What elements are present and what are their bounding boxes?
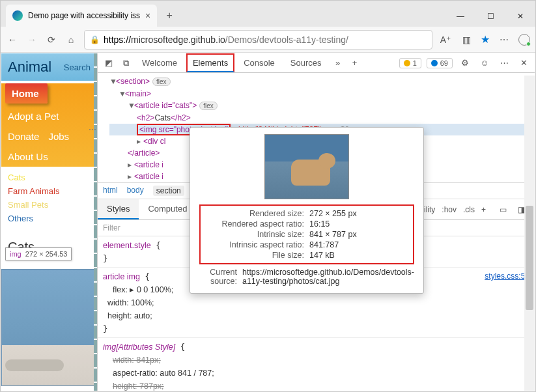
current-source-label: Current source: [199,268,242,286]
rendered-ar-value: 16:15 [309,219,409,229]
crumb-section[interactable]: section [153,186,184,196]
flex-badge[interactable]: flex [199,102,218,110]
image-hover-popup: Rendered size:272 × 255 px Rendered aspe… [190,127,424,294]
scrollbar[interactable] [524,76,535,391]
add-rule-icon[interactable]: + [481,205,493,214]
search-label[interactable]: Search [64,63,91,72]
dom-section[interactable]: <section> [116,77,150,86]
back-button[interactable]: ← [6,33,19,46]
rendered-size-label: Rendered size: [205,209,309,218]
lock-icon: 🔒 [90,35,100,44]
side-farm[interactable]: Farm Animals [8,184,91,198]
intrinsic-size-label: Intrinsic size: [205,230,309,239]
settings-gear-icon[interactable]: ⚙ [458,56,472,70]
page-header: Animal Search [1,53,97,81]
side-links: Cats Farm Animals Small Pets Others [1,167,97,229]
browser-tab[interactable]: Demo page with accessibility iss × [6,5,157,27]
feedback-icon[interactable]: ☺ [477,56,492,70]
favorite-icon[interactable]: ★ [481,33,490,46]
url-host: microsoftedge.github.io [131,35,225,45]
dom-div[interactable]: <div cl [143,137,165,146]
popup-metrics: Rendered size:272 × 255 px Rendered aspe… [199,204,414,264]
collections-icon[interactable]: ▥ [460,33,473,46]
nav-home[interactable]: Home [5,83,48,104]
window-titlebar: Demo page with accessibility iss × + ― ☐… [1,1,535,27]
crumb-html[interactable]: html [103,186,118,196]
popup-thumbnail [264,134,349,199]
address-bar[interactable]: 🔒 https://microsoftedge.github.io/Demos/… [84,30,432,49]
tooltip-dims: 272 × 254.53 [25,250,68,258]
dom-article[interactable]: <article id="cats"> [134,101,197,110]
tab-title: Demo page with accessibility iss [28,11,140,20]
dom-article-close[interactable]: </article> [128,148,160,158]
window-controls: ― ☐ ✕ [445,6,535,27]
side-small[interactable]: Small Pets [8,198,91,212]
webpage-preview: Animal Search Home Adopt a Pet Donate Jo… [1,53,97,391]
devtools-close-icon[interactable]: ✕ [516,56,531,70]
nav-jobs[interactable]: Jobs [48,131,69,142]
dom-article2[interactable]: <article i [134,160,163,169]
current-source-link[interactable]: https://microsoftedge.github.io/Demos/de… [242,268,414,286]
page-heading: Cats img 272 × 254.53 [1,229,97,256]
device-toggle-icon[interactable]: ⧉ [119,56,133,70]
browser-toolbar: ← → ⟳ ⌂ 🔒 https://microsoftedge.github.i… [1,27,535,53]
subtab-styles[interactable]: Styles [98,199,139,219]
issues-warn-badge[interactable]: 1 [399,58,421,68]
kebab-menu-icon[interactable]: ⋯ [497,56,511,70]
file-size-label: File size: [205,251,309,260]
new-tab-button[interactable]: + [160,6,179,25]
side-others[interactable]: Others [8,212,91,225]
close-window-button[interactable]: ✕ [505,6,535,27]
refresh-button[interactable]: ⟳ [45,33,58,46]
minimize-button[interactable]: ― [445,6,475,27]
element-tooltip: img 272 × 254.53 [5,247,72,260]
issues-info-badge[interactable]: 69 [427,58,453,68]
tab-elements[interactable]: Elements [186,53,234,72]
extensions-icon[interactable]: ⋯ [498,33,511,46]
file-size-value: 147 kB [309,251,409,260]
intrinsic-ar-value: 841:787 [309,240,409,249]
add-tab-icon[interactable]: + [348,56,362,70]
dom-main[interactable]: <main> [125,89,151,98]
tab-close-icon[interactable]: × [145,10,150,21]
inspected-image-overlay [1,269,97,386]
css-source-link[interactable]: styles.css:53 [485,270,529,283]
site-logo: Animal [8,59,51,76]
subtab-computed[interactable]: Computed [139,199,196,219]
tab-sources[interactable]: Sources [284,53,328,72]
url-path: /Demos/devtools-a11y-testing/ [225,35,348,45]
intrinsic-size-value: 841 × 787 px [309,230,409,239]
computed-toggle-icon[interactable]: ▭ [500,205,511,214]
rendered-ar-label: Rendered aspect ratio: [205,219,309,229]
nav-donate-row: Donate Jobs [1,126,97,147]
maximize-button[interactable]: ☐ [475,6,505,27]
nav-donate[interactable]: Donate [8,131,39,142]
tooltip-tag: img [10,250,21,258]
cls-toggle[interactable]: .cls [463,205,475,214]
intrinsic-ar-label: Intrinsic aspect ratio: [205,240,309,249]
dom-article3[interactable]: <article i [134,172,163,181]
more-tabs-icon[interactable]: » [331,56,345,70]
devtools-tabbar: ◩ ⧉ Welcome Elements Console Sources » +… [98,53,535,73]
profile-icon[interactable] [518,34,530,46]
home-button[interactable]: ⌂ [64,33,78,46]
side-cats[interactable]: Cats [8,171,91,184]
rendered-size-value: 272 × 255 px [309,209,409,218]
hov-toggle[interactable]: :hov [442,205,457,214]
tab-welcome[interactable]: Welcome [135,53,184,72]
nav-about[interactable]: About Us [1,147,97,167]
dom-h2-text[interactable]: Cats [154,113,171,122]
tab-console[interactable]: Console [237,53,281,72]
scrollbar-thumb[interactable] [526,206,533,310]
inspect-element-icon[interactable]: ◩ [102,56,116,70]
css-rule-img-attrs[interactable]: img[Attributes Style] { width: 841px; as… [98,338,535,392]
flex-badge[interactable]: flex [152,77,171,86]
forward-button[interactable]: → [25,33,38,46]
nav-adopt[interactable]: Adopt a Pet [1,106,97,126]
favicon-icon [12,10,23,21]
crumb-body[interactable]: body [127,186,144,196]
reader-icon[interactable]: A⁺ [439,33,452,46]
